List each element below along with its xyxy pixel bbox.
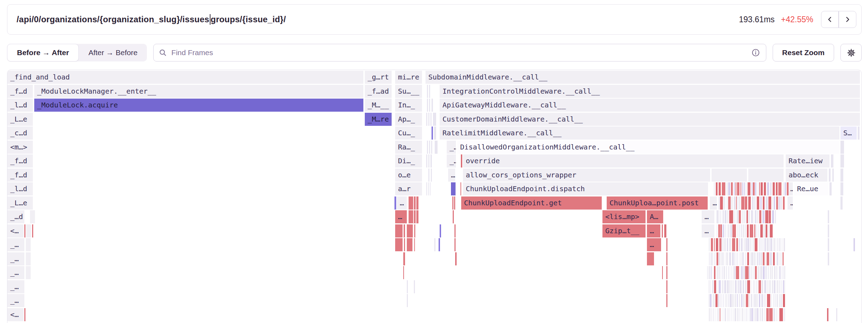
- flame-frame-sliver[interactable]: [717, 210, 719, 223]
- flame-frame-sliver[interactable]: [771, 294, 772, 307]
- flame-frame-sliver[interactable]: [409, 210, 413, 223]
- flame-frame-sliver[interactable]: [719, 182, 721, 195]
- flame-frame-sliver[interactable]: [407, 224, 413, 237]
- flame-frame-sliver[interactable]: [30, 210, 35, 223]
- flame-frame-sliver[interactable]: [440, 224, 441, 237]
- flame-frame-sliver[interactable]: [759, 238, 759, 251]
- flame-frame-sliver[interactable]: [741, 252, 742, 265]
- flame-frame[interactable]: …: [448, 169, 455, 182]
- flame-frame-sliver[interactable]: [784, 280, 785, 293]
- flame-frame-sliver[interactable]: [765, 266, 766, 279]
- flame-frame-sliver[interactable]: [828, 238, 829, 251]
- flame-frame[interactable]: override: [463, 154, 784, 168]
- flame-frame-sliver[interactable]: [736, 238, 738, 251]
- flame-frame-sliver[interactable]: [754, 210, 754, 223]
- flame-frame-sliver[interactable]: [779, 294, 780, 307]
- flame-frame-sliver[interactable]: [728, 196, 731, 210]
- flame-frame-sliver[interactable]: [430, 182, 430, 195]
- flame-frame-sliver[interactable]: [760, 224, 763, 237]
- flame-frame-sliver[interactable]: [785, 182, 786, 195]
- reset-zoom-button[interactable]: Reset Zoom: [773, 44, 834, 61]
- flame-frame-sliver[interactable]: [720, 196, 723, 210]
- flame-frame-sliver[interactable]: [761, 182, 763, 195]
- flame-frame-sliver[interactable]: [428, 182, 429, 195]
- flame-frame-sliver[interactable]: [409, 196, 413, 210]
- flame-frame-sliver[interactable]: [737, 308, 738, 321]
- segment-before-after[interactable]: Before → After: [7, 44, 79, 61]
- flame-frame-sliver[interactable]: [757, 182, 759, 195]
- flame-frame-sliver[interactable]: [773, 182, 775, 195]
- flame-frame-sliver[interactable]: [753, 266, 755, 279]
- flame-frame-sliver[interactable]: [723, 224, 724, 237]
- flame-frame-sliver[interactable]: [435, 141, 438, 154]
- flame-frame-sliver[interactable]: [751, 252, 753, 265]
- flame-frame-sliver[interactable]: [787, 182, 789, 195]
- flame-frame-sliver[interactable]: [745, 252, 747, 265]
- flame-frame-sliver[interactable]: [433, 113, 436, 126]
- flame-frame-sliver[interactable]: [773, 238, 775, 251]
- flame-frame-sliver[interactable]: [756, 224, 757, 237]
- flame-frame-sliver[interactable]: [709, 294, 709, 307]
- flame-frame-sliver[interactable]: [757, 266, 760, 279]
- flame-frame-sliver[interactable]: [761, 238, 763, 251]
- flame-frame-sliver[interactable]: [751, 308, 753, 321]
- flame-frame-sliver[interactable]: [726, 182, 728, 195]
- flame-frame-sliver[interactable]: [709, 280, 709, 293]
- flame-frame-sliver[interactable]: [750, 252, 751, 265]
- flame-frame-sliver[interactable]: [755, 182, 756, 195]
- flame-frame-sliver[interactable]: [724, 224, 726, 237]
- flame-frame-sliver[interactable]: [731, 308, 732, 321]
- info-icon[interactable]: [751, 48, 760, 57]
- flame-frame-sliver[interactable]: [725, 294, 727, 307]
- flame-frame-sliver[interactable]: [756, 308, 759, 321]
- flame-frame-sliver[interactable]: [709, 308, 710, 321]
- flame-frame-sliver[interactable]: [414, 210, 416, 223]
- flame-frame-sliver[interactable]: [737, 196, 738, 210]
- flame-frame-sliver[interactable]: [763, 196, 765, 210]
- flame-frame[interactable]: mi…re: [395, 71, 422, 84]
- flame-frame[interactable]: …: [647, 238, 661, 251]
- flame-frame-sliver[interactable]: [766, 266, 767, 279]
- flame-frame[interactable]: _…: [447, 154, 456, 168]
- flame-frame[interactable]: _L…e: [7, 196, 33, 210]
- flame-frame-sliver[interactable]: [734, 266, 736, 279]
- flame-frame[interactable]: <…: [7, 308, 24, 321]
- flame-frame[interactable]: _M…re: [365, 113, 392, 126]
- flame-frame-sliver[interactable]: [760, 308, 761, 321]
- flame-frame-sliver[interactable]: [711, 308, 712, 321]
- flame-frame-sliver[interactable]: [403, 266, 404, 279]
- flame-frame-sliver[interactable]: [750, 224, 753, 237]
- flame-frame-sliver[interactable]: [736, 266, 739, 279]
- flame-frame-sliver[interactable]: [722, 280, 724, 293]
- flame-frame-sliver[interactable]: [724, 266, 725, 279]
- flame-frame-sliver[interactable]: [738, 280, 739, 293]
- flame-frame-sliver[interactable]: [454, 196, 455, 210]
- flame-frame[interactable]: abo…eck: [786, 169, 827, 182]
- flame-frame-sliver[interactable]: [829, 169, 831, 182]
- flame-frame-sliver[interactable]: [719, 210, 721, 223]
- flame-frame-sliver[interactable]: [733, 210, 736, 223]
- flame-frame[interactable]: _…: [7, 266, 24, 279]
- flame-frame-sliver[interactable]: [666, 238, 667, 251]
- flame-frame-sliver[interactable]: [721, 266, 724, 279]
- flame-frame-sliver[interactable]: [783, 252, 784, 265]
- flame-frame[interactable]: _…: [7, 280, 24, 293]
- flame-frame-sliver[interactable]: [763, 238, 764, 251]
- flame-frame-sliver[interactable]: [751, 182, 753, 195]
- flame-frame-sliver[interactable]: [428, 113, 429, 126]
- flame-frame-sliver[interactable]: [763, 266, 765, 279]
- flame-frame-sliver[interactable]: [840, 141, 844, 154]
- flame-frame-sliver[interactable]: [836, 308, 837, 321]
- flame-frame-sliver[interactable]: [745, 238, 747, 251]
- flame-frame-sliver[interactable]: [745, 266, 749, 279]
- flame-frame-sliver[interactable]: [764, 280, 766, 293]
- flame-frame-sliver[interactable]: [739, 280, 742, 293]
- flame-frame-sliver[interactable]: [713, 294, 715, 307]
- flame-frame-sliver[interactable]: [748, 169, 784, 182]
- flame-frame-sliver[interactable]: [666, 280, 667, 293]
- flame-frame-sliver[interactable]: [767, 280, 768, 293]
- flame-frame-sliver[interactable]: [751, 210, 753, 223]
- flame-frame-sliver[interactable]: [395, 224, 403, 237]
- flame-frame-sliver[interactable]: [754, 224, 755, 237]
- flame-frame-sliver[interactable]: [748, 182, 750, 195]
